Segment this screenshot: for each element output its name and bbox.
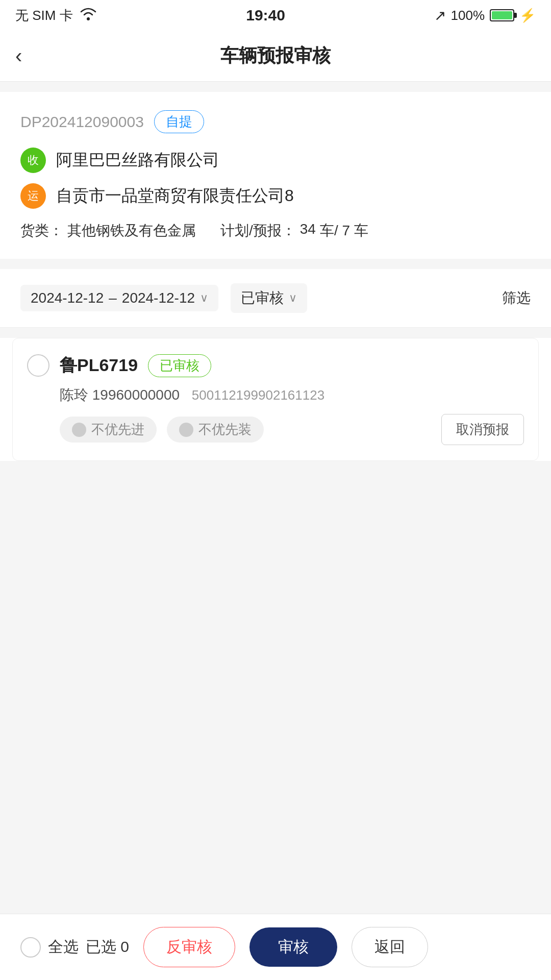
gps-icon: ↗ [434,7,446,24]
priority-load-toggle[interactable]: 不优先装 [167,416,264,443]
goods-label: 货类： [20,221,63,240]
driver-name: 陈玲 [60,387,88,403]
plan-label: 计划/预报： [220,221,296,240]
cancel-forecast-button[interactable]: 取消预报 [441,414,524,445]
vehicle-actions-row: 不优先进 不优先装 取消预报 [60,414,524,445]
vehicle-item: 鲁PL6719 已审核 陈玲 19960000000 5001121999021… [12,338,539,461]
wifi-icon [79,7,97,24]
receiver-icon: 收 [20,148,46,173]
nav-bar: ‹ 车辆预报审核 [0,31,551,82]
order-id: DP202412090003 [20,113,144,131]
battery-icon [490,9,514,21]
status-right: ↗ 100% ⚡ [434,7,536,24]
toggle-dot-icon [72,423,86,437]
goods-value: 其他钢铁及有色金属 [67,221,196,240]
shipper-row: 运 自贡市一品堂商贸有限责任公司8 [20,183,531,209]
reverse-audit-button[interactable]: 反审核 [143,927,235,967]
shipper-name: 自贡市一品堂商贸有限责任公司8 [56,185,294,207]
back-button[interactable]: ‹ [15,39,32,72]
selected-info: 已选 0 [86,937,129,958]
vehicle-plate: 鲁PL6719 [60,354,138,377]
order-card: DP202412090003 自提 收 阿里巴巴丝路有限公司 运 自贡市一品堂商… [0,92,551,259]
priority-load-label: 不优先装 [198,421,252,438]
status-chevron-icon: ∨ [289,291,297,305]
date-start: 2024-12-12 [31,290,104,306]
status-filter-label: 已审核 [241,288,284,308]
toggle-dot2-icon [179,423,193,437]
plan-value: 34 [300,221,316,240]
svg-point-0 [87,17,90,20]
bottom-bar: 全选 已选 0 反审核 审核 返回 [0,914,551,980]
audit-button[interactable]: 审核 [249,927,337,967]
cars-label: 车/ 7 车 [320,221,368,240]
meta-row: 货类： 其他钢铁及有色金属 计划/预报： 34 车/ 7 车 [20,221,531,240]
status-time: 19:40 [246,7,285,24]
status-left: 无 SIM 卡 [15,7,97,24]
vehicle-top-row: 鲁PL6719 已审核 [27,354,524,377]
vehicle-list: 鲁PL6719 已审核 陈玲 19960000000 5001121999021… [0,338,551,461]
receiver-name: 阿里巴巴丝路有限公司 [56,149,219,172]
return-button[interactable]: 返回 [352,927,428,967]
selected-prefix: 已选 [86,938,116,955]
vehicle-select-radio[interactable] [27,354,49,377]
priority-enter-toggle[interactable]: 不优先进 [60,416,157,443]
self-pickup-badge: 自提 [154,110,204,133]
select-all-radio[interactable] [20,937,41,958]
date-sep: – [109,290,117,306]
carrier-label: 无 SIM 卡 [15,7,73,24]
driver-id: 500112199902161123 [192,387,324,403]
order-header: DP202412090003 自提 [20,110,531,133]
battery-percent: 100% [451,8,485,23]
shipper-icon: 运 [20,183,46,209]
vehicle-info-row: 陈玲 19960000000 500112199902161123 [60,385,524,405]
status-bar: 无 SIM 卡 19:40 ↗ 100% ⚡ [0,0,551,31]
page-title: 车辆预报审核 [220,43,331,68]
vehicle-status-badge: 已审核 [148,354,211,377]
date-picker[interactable]: 2024-12-12 – 2024-12-12 ∨ [20,285,218,311]
priority-enter-label: 不优先进 [91,421,144,438]
charging-icon: ⚡ [519,8,536,23]
filter-bar: 2024-12-12 – 2024-12-12 ∨ 已审核 ∨ 筛选 [0,269,551,328]
driver-phone: 19960000000 [92,387,180,403]
date-chevron-icon: ∨ [200,291,208,305]
select-all-area: 全选 已选 0 [20,937,129,958]
status-picker[interactable]: 已审核 ∨ [231,283,307,313]
selected-num: 0 [120,938,129,955]
select-all-label: 全选 [48,937,79,958]
date-end: 2024-12-12 [122,290,195,306]
filter-button[interactable]: 筛选 [502,288,531,308]
receiver-row: 收 阿里巴巴丝路有限公司 [20,148,531,173]
